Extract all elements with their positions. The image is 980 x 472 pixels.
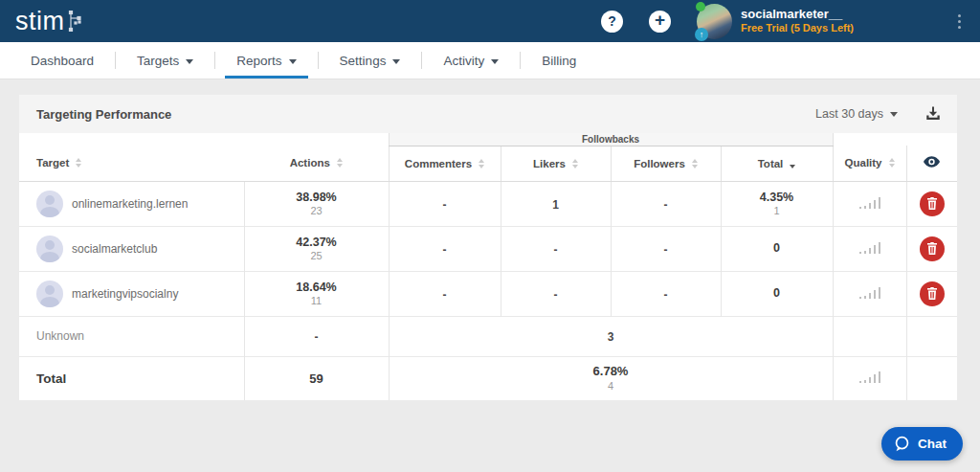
- unknown-label: Unknown: [19, 329, 244, 343]
- likers-value: -: [554, 243, 558, 257]
- col-header-commenters[interactable]: Commenters: [389, 146, 501, 181]
- actions-percent: 18.64%: [245, 280, 389, 295]
- nav-targets[interactable]: Targets: [116, 42, 214, 79]
- col-header-target[interactable]: Target: [19, 146, 244, 181]
- col-label: Commenters: [405, 158, 472, 169]
- target-name: socialmarketclub: [72, 242, 157, 256]
- nav-label: Targets: [137, 54, 179, 68]
- username: socialmarketer__: [741, 7, 854, 22]
- app-logo-text: stim: [15, 9, 65, 34]
- followbacks-value: 3: [608, 330, 614, 344]
- col-header-followers[interactable]: Followers: [611, 146, 721, 181]
- total-actions: 59: [309, 371, 323, 386]
- chevron-down-icon: [890, 112, 898, 117]
- app-logo[interactable]: stim: [15, 7, 82, 35]
- chat-button[interactable]: Chat: [881, 427, 963, 461]
- nav-billing[interactable]: Billing: [521, 42, 597, 79]
- top-bar: stim ? +: [0, 0, 980, 42]
- actions-percent: 38.98%: [245, 190, 389, 205]
- actions-count: 25: [245, 250, 389, 262]
- col-header-quality[interactable]: Quality: [833, 146, 906, 181]
- nav-label: Dashboard: [31, 54, 94, 68]
- chevron-down-icon: [491, 59, 499, 64]
- chevron-down-icon: [392, 59, 400, 64]
- nav-label: Settings: [340, 54, 387, 68]
- sort-icon: [76, 158, 81, 168]
- chevron-down-icon: [186, 59, 193, 64]
- panel-title: Targeting Performance: [36, 107, 171, 122]
- user-avatar: ↑: [697, 4, 732, 39]
- targeting-performance-table: Followbacks Target Actions Commenters Li…: [19, 133, 957, 400]
- delete-target-button[interactable]: [920, 191, 945, 216]
- likers-value: -: [554, 288, 558, 302]
- total-followbacks-count: 4: [390, 380, 833, 393]
- targeting-performance-panel: Targeting Performance Last 30 days: [19, 95, 957, 400]
- total-percent: 4.35%: [722, 190, 833, 205]
- followbacks-group-header: Followbacks: [389, 133, 833, 146]
- sort-icon: [479, 159, 484, 169]
- total-row: Total 59 6.78% 4: [19, 356, 957, 400]
- quality-bars-icon: [859, 197, 880, 209]
- nav-dashboard[interactable]: Dashboard: [10, 42, 115, 79]
- col-header-visibility[interactable]: [906, 146, 957, 181]
- col-label: Actions: [290, 157, 330, 169]
- actions-count: 23: [245, 205, 389, 217]
- help-icon: ?: [608, 13, 616, 29]
- target-avatar: [36, 236, 63, 262]
- actions-count: 11: [245, 295, 389, 307]
- help-button[interactable]: ?: [601, 11, 623, 33]
- commenters-value: -: [443, 288, 447, 302]
- delete-target-button[interactable]: [920, 281, 945, 306]
- target-name: marketingvipsocialny: [72, 287, 178, 301]
- unknown-row: Unknown - 3: [19, 316, 957, 356]
- logo-branch-icon: [68, 11, 82, 35]
- sort-icon: [337, 158, 343, 168]
- trash-icon: [926, 197, 938, 210]
- panel-header: Targeting Performance Last 30 days: [19, 95, 957, 133]
- followers-value: -: [664, 243, 668, 257]
- table-row: socialmarketclub 42.37% 25 - - - 0: [19, 226, 957, 271]
- online-status-dot: [696, 2, 705, 11]
- trash-icon: [926, 242, 938, 255]
- delete-target-button[interactable]: [920, 236, 945, 261]
- table-row: onlinemarketing.lernen 38.98% 23 - 1 - 4…: [19, 181, 957, 226]
- col-header-total[interactable]: Total: [721, 146, 833, 181]
- quality-bars-icon: [859, 371, 880, 383]
- commenters-value: -: [443, 198, 447, 212]
- actions-percent: 42.37%: [245, 235, 389, 250]
- total-followbacks-percent: 6.78%: [390, 364, 833, 380]
- sort-desc-icon: [790, 165, 795, 169]
- col-header-likers[interactable]: Likers: [501, 146, 611, 181]
- total-percent: 0: [722, 240, 833, 256]
- target-avatar: [36, 281, 63, 307]
- quality-bars-icon: [859, 242, 880, 254]
- commenters-value: -: [443, 243, 447, 257]
- nav-label: Billing: [542, 54, 576, 68]
- col-label: Quality: [845, 157, 882, 169]
- table-row: marketingvipsocialny 18.64% 11 - - - 0: [19, 271, 957, 316]
- sort-icon: [889, 158, 895, 168]
- nav-label: Activity: [443, 54, 484, 68]
- eye-icon: [924, 156, 940, 168]
- actions-value: -: [315, 330, 319, 344]
- nav-reports[interactable]: Reports: [215, 42, 317, 79]
- kebab-menu-icon[interactable]: [954, 11, 965, 33]
- col-label: Target: [36, 157, 69, 169]
- add-account-button[interactable]: +: [649, 11, 671, 33]
- group-header-row: Followbacks: [19, 133, 957, 146]
- nav-activity[interactable]: Activity: [422, 42, 520, 79]
- col-header-actions[interactable]: Actions: [244, 146, 389, 181]
- user-menu[interactable]: ↑ socialmarketer__ Free Trial (5 Days Le…: [697, 4, 854, 39]
- download-button[interactable]: [924, 105, 942, 123]
- target-avatar: [36, 191, 63, 217]
- nav-settings[interactable]: Settings: [319, 42, 422, 79]
- date-range-dropdown[interactable]: Last 30 days: [815, 107, 898, 121]
- chat-bubble-icon: [894, 436, 910, 452]
- followers-value: -: [664, 198, 668, 212]
- trash-icon: [926, 287, 938, 300]
- nav-label: Reports: [236, 54, 281, 68]
- column-header-row: Target Actions Commenters Likers Followe…: [19, 146, 957, 181]
- followers-value: -: [664, 288, 668, 302]
- col-label: Likers: [533, 158, 566, 169]
- upgrade-badge-icon: ↑: [695, 28, 708, 41]
